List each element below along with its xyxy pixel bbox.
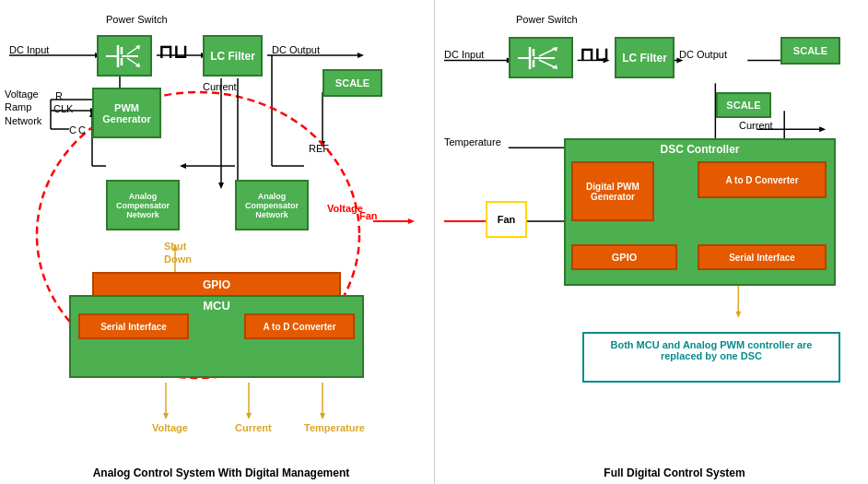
left-shutdown-label: ShutDown	[164, 240, 192, 266]
right-diagram: DC Input Power Switch ⊓⊔ LC Filter DC Ou…	[434, 0, 868, 484]
left-serial-block: Serial Interface	[78, 313, 189, 339]
left-temperature-bottom: Temperature	[304, 422, 365, 433]
left-voltage-bottom: Voltage	[152, 422, 188, 433]
left-atod-block: A to D Converter	[244, 313, 355, 339]
svg-marker-7	[218, 183, 224, 189]
left-fan-label: Fan	[359, 210, 378, 221]
left-ref-label: REF	[309, 143, 329, 154]
left-scale-block: SCALE	[323, 69, 382, 97]
svg-line-43	[127, 47, 138, 54]
left-diagram: DC Input Power Switch ⊓⊔ LC Filter DC Ou…	[0, 0, 434, 484]
svg-marker-3	[358, 53, 364, 58]
left-voltage-label: Voltage	[327, 203, 363, 214]
left-gpio-block: GPIO	[92, 272, 341, 298]
svg-marker-63	[735, 312, 741, 318]
right-caption: Full Digital Control System	[509, 466, 840, 479]
svg-line-75	[539, 60, 555, 67]
svg-marker-36	[408, 218, 415, 224]
left-power-switch-block	[97, 35, 152, 77]
svg-marker-30	[246, 413, 252, 419]
right-temperature-label: Temperature	[444, 136, 501, 148]
left-analog-comp1-block: Analog Compensator Network	[106, 180, 180, 230]
svg-marker-28	[163, 413, 169, 419]
right-power-switch-label: Power Switch	[516, 14, 578, 25]
right-dc-output-label: DC Output	[679, 49, 727, 60]
left-current-label: Current	[203, 81, 237, 92]
left-power-switch-label: Power Switch	[106, 14, 168, 25]
left-c2-label: C	[78, 124, 86, 136]
left-current-bottom: Current	[235, 422, 272, 433]
left-clk-label: CLK	[53, 103, 73, 114]
left-lc-filter-block: LC Filter	[203, 35, 263, 77]
right-serial-block: Serial Interface	[698, 244, 827, 270]
svg-marker-32	[320, 413, 325, 419]
left-caption: Analog Control System With Digital Manag…	[28, 466, 415, 479]
right-current-label: Current	[739, 120, 773, 131]
svg-line-73	[539, 49, 555, 56]
right-atod-block: A to D Converter	[698, 161, 827, 198]
right-note-box: Both MCU and Analog PWM controller are r…	[582, 332, 840, 383]
right-dc-input-label: DC Input	[444, 49, 484, 60]
right-power-switch-block	[509, 37, 573, 78]
left-dc-output-label: DC Output	[272, 44, 320, 55]
left-dc-input-label: DC Input	[9, 44, 49, 55]
svg-marker-59	[819, 126, 826, 132]
svg-line-45	[127, 58, 138, 65]
left-pwm-gen-block: PWM Generator	[92, 88, 161, 138]
right-digital-pwm-block: Digital PWM Generator	[571, 161, 654, 221]
left-analog-comp2-block: Analog Compensator Network	[235, 180, 309, 230]
right-lc-filter-block: LC Filter	[615, 37, 674, 78]
left-r-label: R	[55, 90, 63, 101]
svg-marker-15	[180, 163, 186, 169]
right-waveform-symbol: ⊓⊔	[580, 43, 609, 65]
left-waveform-symbol: ⊓⊔	[158, 41, 188, 63]
diagram-container: DC Input Power Switch ⊓⊔ LC Filter DC Ou…	[0, 0, 868, 484]
right-scale1-block: SCALE	[780, 37, 840, 65]
left-c1-label: C	[69, 124, 76, 136]
right-scale2-block: SCALE	[716, 92, 771, 118]
left-voltage-ramp-label: VoltageRampNetwork	[5, 88, 41, 127]
right-fan-box: Fan	[486, 201, 527, 238]
right-gpio-block: GPIO	[571, 244, 677, 270]
